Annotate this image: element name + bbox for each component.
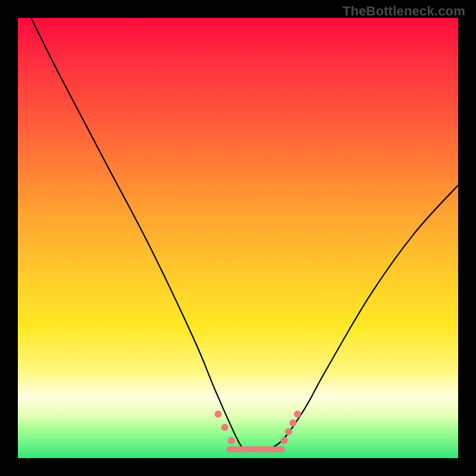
accent-dot	[215, 411, 222, 418]
accent-dot	[290, 419, 297, 427]
bottleneck-curve	[31, 18, 458, 450]
accent-dots-group	[215, 411, 301, 444]
accent-dot	[221, 424, 228, 431]
accent-dot	[228, 437, 235, 444]
chart-frame: TheBottleneck.com	[0, 0, 476, 476]
accent-dot	[281, 437, 288, 444]
plot-area	[18, 18, 458, 458]
accent-dot	[294, 411, 301, 418]
accent-dot	[285, 428, 292, 436]
attribution-label: TheBottleneck.com	[343, 4, 465, 19]
curve-svg	[18, 18, 458, 458]
